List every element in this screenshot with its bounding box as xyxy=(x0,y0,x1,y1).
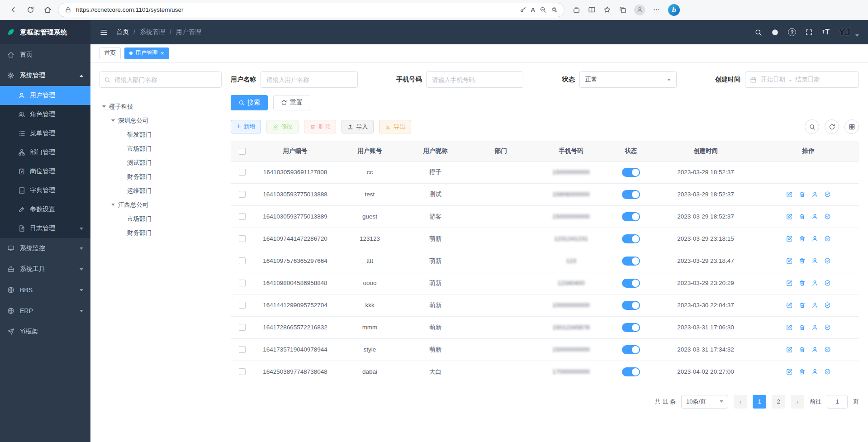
export-button[interactable]: 导出 xyxy=(379,120,411,133)
tab-user-mgmt[interactable]: 用户管理 × xyxy=(124,48,169,59)
zoom-out-icon[interactable] xyxy=(540,6,546,13)
status-toggle[interactable] xyxy=(622,323,640,332)
add-button[interactable]: + 新增 xyxy=(231,120,261,133)
row-assign-role-icon[interactable] xyxy=(824,302,831,309)
sidebar-toggle-icon[interactable] xyxy=(100,28,108,37)
browser-profile-avatar[interactable] xyxy=(634,5,645,15)
font-size-icon[interactable]: TT xyxy=(822,29,830,36)
sidebar-item-dept-mgmt[interactable]: 部门管理 xyxy=(0,143,90,162)
url-text[interactable]: https://ccnetcore.com:1101/system/user xyxy=(76,6,515,13)
row-assign-role-icon[interactable] xyxy=(824,368,831,375)
row-delete-icon[interactable] xyxy=(799,302,806,309)
row-reset-password-icon[interactable] xyxy=(811,235,818,242)
row-assign-role-icon[interactable] xyxy=(824,213,831,220)
row-edit-icon[interactable] xyxy=(786,235,793,242)
sidebar-item-yi-framework[interactable]: Yi框架 xyxy=(0,321,90,342)
date-range-picker[interactable]: 开始日期 - 结束日期 xyxy=(745,71,859,88)
row-reset-password-icon[interactable] xyxy=(811,280,818,286)
sidebar-item-tools[interactable]: 系统工具 xyxy=(0,259,90,280)
favorite-star-icon[interactable] xyxy=(551,6,558,13)
close-icon[interactable]: × xyxy=(161,50,164,56)
tab-home[interactable]: 首页 xyxy=(100,48,121,59)
sidebar-item-user-mgmt[interactable]: 用户管理 xyxy=(0,86,90,105)
row-assign-role-icon[interactable] xyxy=(824,257,831,264)
split-screen-icon[interactable] xyxy=(588,6,596,14)
column-settings-button[interactable] xyxy=(844,119,859,134)
row-edit-icon[interactable] xyxy=(786,191,793,198)
row-edit-icon[interactable] xyxy=(786,346,793,353)
read-aloud-icon[interactable]: A xyxy=(531,6,535,13)
password-key-icon[interactable] xyxy=(520,6,526,13)
tree-node[interactable]: 财务部门 xyxy=(100,226,222,240)
sidebar-item-home[interactable]: 首页 xyxy=(0,44,90,65)
sidebar-item-post-mgmt[interactable]: 岗位管理 xyxy=(0,162,90,181)
row-assign-role-icon[interactable] xyxy=(824,280,831,286)
next-page-button[interactable]: › xyxy=(791,395,804,409)
tree-node[interactable]: 测试部门 xyxy=(100,156,222,170)
row-checkbox[interactable] xyxy=(239,257,246,264)
row-edit-icon[interactable] xyxy=(786,302,793,309)
row-checkbox[interactable] xyxy=(239,346,246,353)
row-delete-icon[interactable] xyxy=(799,368,806,375)
extensions-icon[interactable] xyxy=(573,6,580,14)
browser-home-icon[interactable] xyxy=(41,3,54,17)
fullscreen-icon[interactable] xyxy=(805,29,813,36)
help-icon[interactable]: ? xyxy=(788,28,796,36)
row-delete-icon[interactable] xyxy=(799,280,806,286)
search-button[interactable]: 搜索 xyxy=(231,95,268,110)
sidebar-item-bbs[interactable]: BBS xyxy=(0,280,90,300)
sidebar-item-param-settings[interactable]: 参数设置 xyxy=(0,200,90,219)
sidebar-item-role-mgmt[interactable]: 角色管理 xyxy=(0,105,90,124)
row-assign-role-icon[interactable] xyxy=(824,191,831,198)
favorites-bar-icon[interactable] xyxy=(603,6,611,14)
address-bar[interactable]: https://ccnetcore.com:1101/system/user A xyxy=(58,3,564,17)
user-avatar[interactable]: YJ xyxy=(839,26,850,38)
row-reset-password-icon[interactable] xyxy=(811,346,818,353)
tree-node[interactable]: 市场部门 xyxy=(100,212,222,226)
delete-button[interactable]: 删除 xyxy=(304,120,336,133)
status-toggle[interactable] xyxy=(622,279,640,288)
breadcrumb-home[interactable]: 首页 xyxy=(116,28,129,36)
row-checkbox[interactable] xyxy=(239,324,246,331)
row-assign-role-icon[interactable] xyxy=(824,324,831,331)
goto-page-input[interactable] xyxy=(827,395,848,409)
sidebar-item-dict-mgmt[interactable]: 字典管理 xyxy=(0,181,90,200)
status-toggle[interactable] xyxy=(622,234,640,243)
row-edit-icon[interactable] xyxy=(786,324,793,331)
row-assign-role-icon[interactable] xyxy=(824,235,831,242)
select-all-checkbox[interactable] xyxy=(239,148,246,155)
header-search-icon[interactable] xyxy=(754,29,762,36)
browser-back-icon[interactable] xyxy=(6,3,20,17)
row-checkbox[interactable] xyxy=(239,169,246,176)
status-toggle[interactable] xyxy=(622,367,640,376)
row-delete-icon[interactable] xyxy=(799,191,806,198)
sidebar-item-system[interactable]: 系统管理 xyxy=(0,65,90,86)
status-toggle[interactable] xyxy=(622,301,640,310)
status-toggle[interactable] xyxy=(622,212,640,221)
row-reset-password-icon[interactable] xyxy=(811,191,818,198)
row-reset-password-icon[interactable] xyxy=(811,213,818,220)
page-button-2[interactable]: 2 xyxy=(772,395,785,409)
row-checkbox[interactable] xyxy=(239,191,246,198)
row-edit-icon[interactable] xyxy=(786,257,793,264)
row-checkbox[interactable] xyxy=(239,235,246,242)
row-reset-password-icon[interactable] xyxy=(811,302,818,309)
username-input[interactable] xyxy=(261,71,358,88)
status-toggle[interactable] xyxy=(622,257,640,266)
tree-node[interactable]: 江西总公司 xyxy=(100,198,222,212)
sidebar-item-log-mgmt[interactable]: 日志管理 xyxy=(0,219,90,238)
row-reset-password-icon[interactable] xyxy=(811,368,818,375)
tree-node[interactable]: 财务部门 xyxy=(100,170,222,184)
tree-node[interactable]: 运维部门 xyxy=(100,184,222,198)
row-edit-icon[interactable] xyxy=(786,213,793,220)
status-select[interactable]: 正常 xyxy=(579,71,677,88)
row-delete-icon[interactable] xyxy=(799,346,806,353)
phone-input[interactable] xyxy=(426,71,523,88)
page-button-1[interactable]: 1 xyxy=(753,395,766,409)
import-button[interactable]: 导入 xyxy=(342,120,374,133)
tree-caret-icon[interactable] xyxy=(102,105,106,108)
row-reset-password-icon[interactable] xyxy=(811,324,818,331)
breadcrumb-system[interactable]: 系统管理 xyxy=(140,28,165,36)
reset-button[interactable]: 重置 xyxy=(273,95,310,110)
browser-refresh-icon[interactable] xyxy=(24,3,37,17)
